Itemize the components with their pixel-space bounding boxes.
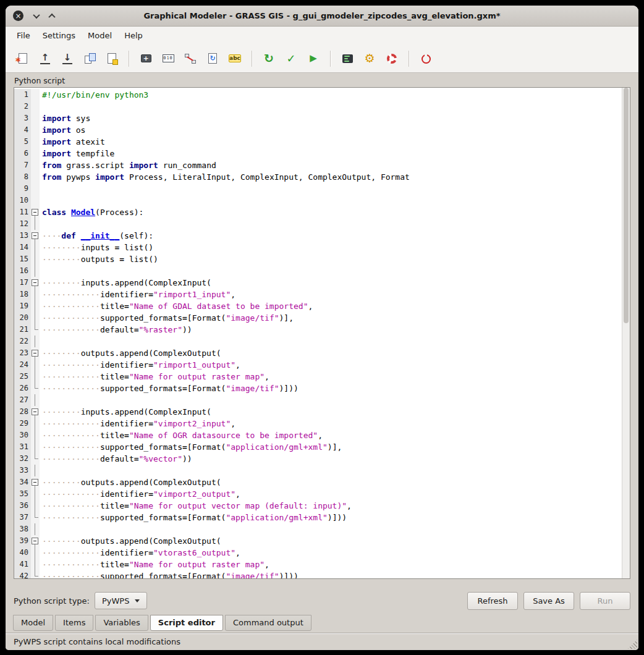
code-line: 20············supported_formats=[Format(…	[14, 312, 622, 324]
add-data-button[interactable]: 010	[158, 48, 179, 69]
add-comment-button[interactable]: abc	[224, 48, 245, 69]
fold-margin	[31, 89, 40, 101]
fold-toggle[interactable]	[31, 535, 40, 547]
code-line: 21············default="%raster"))	[14, 324, 622, 336]
fold-toggle[interactable]	[31, 476, 40, 488]
help-icon	[387, 54, 397, 64]
redraw-button[interactable]: ↻	[258, 48, 279, 69]
fold-margin	[31, 512, 40, 523]
code-line: 4import os	[14, 124, 622, 136]
export-image-button[interactable]	[79, 48, 100, 69]
code-text: from grass.script import run_command	[40, 159, 622, 171]
chevron-up-icon	[48, 13, 55, 20]
code-text: ········outputs.append(ComplexOutput(	[40, 347, 622, 359]
line-number: 1	[14, 89, 31, 101]
fold-margin	[31, 112, 40, 124]
code-line: 13····def __init__(self):	[14, 230, 622, 242]
line-number: 15	[14, 253, 31, 265]
script-icon	[342, 54, 353, 63]
menubar: FileSettingsModelHelp	[6, 27, 638, 44]
code-line: 8from pywps import Process, LiteralInput…	[14, 171, 622, 183]
tab-variables[interactable]: Variables	[95, 615, 148, 631]
script-type-dropdown[interactable]: PyWPS	[95, 592, 147, 609]
add-relation-button[interactable]	[180, 48, 201, 69]
code-text	[40, 523, 622, 535]
scrollbar-thumb[interactable]	[624, 88, 629, 323]
menu-file[interactable]: File	[11, 28, 36, 43]
quit-button[interactable]	[415, 48, 436, 69]
vertical-scrollbar[interactable]	[622, 88, 630, 578]
main-content: Python script 1#!/usr/bin/env python323i…	[6, 73, 638, 587]
fold-toggle[interactable]	[31, 277, 40, 289]
tab-command-output[interactable]: Command output	[225, 615, 311, 631]
code-text	[40, 394, 622, 406]
fold-margin	[31, 371, 40, 382]
code-editor[interactable]: 1#!/usr/bin/env python323import sys4impo…	[14, 88, 622, 578]
load-model-icon: ↑	[40, 53, 50, 64]
line-number: 5	[14, 136, 31, 148]
new-model-icon: *	[19, 53, 27, 64]
code-line: 25············title="Name for output ras…	[14, 371, 622, 382]
fold-toggle[interactable]	[31, 347, 40, 359]
minimize-button[interactable]	[34, 14, 39, 19]
line-number: 25	[14, 371, 31, 382]
validate-icon: ✓	[286, 53, 295, 64]
code-line: 6import tempfile	[14, 148, 622, 159]
toolbar-separator	[409, 51, 409, 67]
code-line: 41············title="Name for output ras…	[14, 559, 622, 570]
run-button[interactable]: ▶	[303, 48, 324, 69]
add-loop-icon: ↻	[208, 53, 217, 64]
save-as-button[interactable]: Save As	[523, 592, 574, 610]
code-line: 17········inputs.append(ComplexInput(	[14, 277, 622, 289]
tab-script-editor[interactable]: Script editor	[150, 615, 223, 631]
footer-buttons: RefreshSave AsRun	[467, 592, 630, 610]
fold-margin	[31, 195, 40, 206]
tab-items[interactable]: Items	[55, 615, 93, 631]
fold-toggle[interactable]	[31, 206, 40, 218]
maximize-button[interactable]	[49, 14, 54, 19]
code-text: #!/usr/bin/env python3	[40, 89, 622, 101]
code-line: 19············title="Name of GDAL datase…	[14, 300, 622, 312]
settings-button[interactable]: ⚙	[359, 48, 380, 69]
code-line: 10	[14, 195, 622, 206]
run-button[interactable]: Run	[580, 592, 630, 610]
code-text: ············title="Name of OGR datasourc…	[40, 429, 622, 441]
export-python-button[interactable]	[101, 48, 122, 69]
script-type-label: Python script type:	[14, 596, 90, 606]
fold-margin	[31, 418, 40, 429]
python-script-frame: 1#!/usr/bin/env python323import sys4impo…	[14, 87, 630, 579]
run-icon: ▶	[310, 54, 317, 63]
add-relation-icon	[185, 54, 196, 64]
line-number: 14	[14, 242, 31, 253]
code-text	[40, 183, 622, 195]
menu-help[interactable]: Help	[118, 28, 149, 43]
save-model-button[interactable]: ↓	[57, 48, 78, 69]
code-line: 2	[14, 101, 622, 112]
tab-model[interactable]: Model	[13, 615, 53, 631]
fold-toggle[interactable]	[31, 230, 40, 242]
code-line: 11class Model(Process):	[14, 206, 622, 218]
code-line: 5import atexit	[14, 136, 622, 148]
validate-button[interactable]: ✓	[281, 48, 302, 69]
script-button[interactable]	[337, 48, 358, 69]
code-text: ············supported_formats=[Format("a…	[40, 512, 622, 523]
help-button[interactable]	[381, 48, 402, 69]
resize-grip[interactable]	[628, 640, 637, 649]
add-loop-button[interactable]: ↻	[202, 48, 223, 69]
new-model-button[interactable]: *	[12, 48, 33, 69]
add-command-button[interactable]: +	[135, 48, 156, 69]
code-line: 39········outputs.append(ComplexOutput(	[14, 535, 622, 547]
line-number: 20	[14, 312, 31, 324]
fold-toggle[interactable]	[31, 406, 40, 418]
close-icon[interactable]	[13, 11, 23, 21]
load-model-button[interactable]: ↑	[35, 48, 56, 69]
code-text: ············identifier="vimport2_input",	[40, 418, 622, 429]
line-number: 2	[14, 101, 31, 112]
refresh-button[interactable]: Refresh	[467, 592, 518, 610]
code-text: ········inputs.append(ComplexInput(	[40, 406, 622, 418]
menu-model[interactable]: Model	[82, 28, 118, 43]
code-text	[40, 101, 622, 112]
fold-margin	[31, 570, 40, 578]
menu-settings[interactable]: Settings	[36, 28, 82, 43]
code-line: 18············identifier="rimport1_input…	[14, 289, 622, 300]
